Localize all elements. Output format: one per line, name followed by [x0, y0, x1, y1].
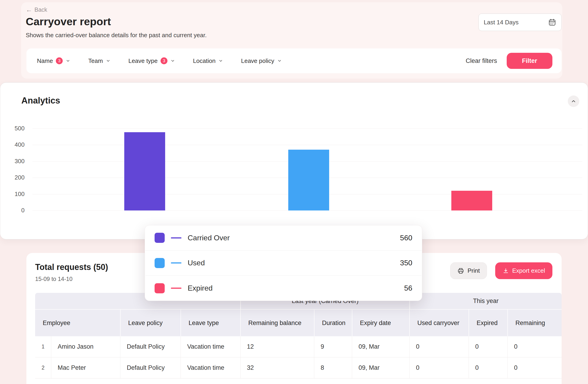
chart-legend-card: Carried Over 560 Used 350 Expired 56 — [145, 225, 422, 301]
cell-duration: 9 — [314, 336, 352, 357]
export-excel-label: Export excel — [512, 267, 545, 274]
legend-row-expired: Expired 56 — [145, 276, 422, 301]
filter-team[interactable]: Team — [88, 57, 110, 64]
cell-remaining-balance: 32 — [240, 357, 314, 379]
legend-label: Expired — [188, 284, 213, 292]
chevron-down-icon — [106, 59, 110, 63]
legend-row-carried-over: Carried Over 560 — [145, 225, 422, 250]
row-number: 2 — [35, 357, 51, 379]
print-button[interactable]: Print — [450, 262, 487, 279]
chevron-up-icon — [571, 99, 576, 104]
filter-leave-type-label: Leave type — [128, 57, 158, 64]
clear-filters-button[interactable]: Clear filters — [465, 57, 497, 64]
bar-used[interactable] — [288, 150, 329, 210]
col-header-leave-policy: Leave policy — [120, 310, 181, 336]
print-label: Print — [467, 267, 480, 274]
cell-remaining-balance: 12 — [240, 336, 314, 357]
legend-label: Carried Over — [188, 234, 230, 242]
export-excel-button[interactable]: Export excel — [495, 262, 552, 279]
cell-expiry-date: 09, Mar — [352, 357, 409, 379]
carryover-table: Last year (Carried Over) This year Emplo… — [35, 293, 562, 379]
cell-leave-type: Vacation time — [181, 357, 240, 379]
col-header-expiry-date: Expiry date — [352, 310, 409, 336]
filter-name-label: Name — [37, 57, 53, 64]
date-range-value: Last 14 Days — [484, 19, 519, 26]
y-tick: 100 — [0, 190, 24, 198]
legend-value: 56 — [404, 284, 412, 292]
table-row[interactable]: 2 Mac Peter Default Policy Vacation time… — [35, 357, 562, 379]
col-header-used-carryover: Used carryover — [409, 310, 469, 336]
y-tick: 300 — [0, 158, 24, 165]
table-column-header-row: Employee Leave policy Leave type Remaini… — [35, 310, 562, 336]
col-header-employee: Employee — [35, 310, 120, 336]
filter-actions: Clear filters Filter — [465, 53, 552, 69]
date-range-picker[interactable]: Last 14 Days — [479, 14, 562, 31]
page-subtitle: Shows the carried-over balance details f… — [26, 32, 207, 39]
cell-leave-policy: Default Policy — [120, 336, 181, 357]
cell-employee: Mac Peter — [51, 357, 120, 379]
col-header-expired: Expired — [469, 310, 507, 336]
filter-name[interactable]: Name 3 — [37, 57, 70, 64]
group-header-this-year: This year — [409, 293, 562, 310]
cell-used-carryover: 0 — [409, 336, 469, 357]
cell-duration: 8 — [314, 357, 352, 379]
col-header-leave-type: Leave type — [181, 310, 240, 336]
collapse-button[interactable] — [568, 96, 579, 107]
page: ← Back Carryover report Shows the carrie… — [0, 0, 588, 384]
cell-expired: 0 — [469, 336, 507, 357]
cell-expired: 0 — [469, 357, 507, 379]
used-swatch-icon — [155, 258, 165, 268]
carried-over-swatch-icon — [155, 233, 165, 243]
chevron-down-icon — [277, 59, 282, 63]
cell-employee: Amino Jason — [51, 336, 120, 357]
cell-expiry-date: 09, Mar — [352, 336, 409, 357]
printer-icon — [457, 267, 464, 274]
legend-row-used: Used 350 — [145, 251, 422, 276]
chevron-down-icon — [170, 59, 175, 63]
back-label: Back — [34, 6, 47, 13]
requests-title: Total requests (50) — [35, 262, 108, 272]
bar-chart-plot — [32, 129, 582, 210]
y-tick: 0 — [0, 207, 24, 214]
back-arrow-icon: ← — [26, 7, 32, 13]
filter-location-label: Location — [193, 57, 215, 64]
calendar-icon — [548, 18, 556, 26]
filter-leave-type-badge: 3 — [161, 57, 168, 64]
col-header-remaining-balance: Remaining balance — [240, 310, 314, 336]
filter-bar: Name 3 Team Leave type 3 — [26, 48, 562, 73]
used-line-icon — [171, 262, 181, 263]
legend-label: Used — [188, 259, 205, 267]
expired-line-icon — [171, 288, 181, 289]
filter-items: Name 3 Team Leave type 3 — [37, 57, 282, 64]
filter-team-label: Team — [88, 57, 103, 64]
filter-button[interactable]: Filter — [507, 53, 552, 69]
cell-remaining: 0 — [507, 357, 562, 379]
cell-remaining: 0 — [507, 336, 562, 357]
page-title: Carryover report — [26, 15, 111, 28]
requests-date-range: 15-09 to 14-10 — [35, 276, 108, 282]
analytics-card: Analytics 500 400 300 200 100 0 — [0, 82, 588, 239]
chart-y-axis: 500 400 300 200 100 0 — [0, 83, 24, 239]
requests-actions: Print Export excel — [450, 262, 552, 279]
back-link[interactable]: ← Back — [26, 6, 47, 13]
col-header-remaining: Remaining — [507, 310, 562, 336]
table-row[interactable]: 1 Amino Jason Default Policy Vacation ti… — [35, 336, 562, 357]
download-icon — [503, 268, 509, 274]
legend-value: 350 — [400, 259, 412, 267]
filter-leave-policy[interactable]: Leave policy — [241, 57, 282, 64]
bar-expired[interactable] — [451, 191, 492, 210]
cell-used-carryover: 0 — [409, 357, 469, 379]
row-number: 1 — [35, 336, 51, 357]
filter-leave-type[interactable]: Leave type 3 — [128, 57, 175, 64]
analytics-title: Analytics — [21, 96, 60, 106]
filter-leave-policy-label: Leave policy — [241, 57, 274, 64]
carried-over-line-icon — [171, 237, 181, 239]
bar-carried-over[interactable] — [124, 132, 165, 210]
gridline — [32, 145, 582, 145]
filter-name-badge: 3 — [56, 57, 63, 64]
chevron-down-icon — [66, 59, 70, 63]
expired-swatch-icon — [155, 283, 165, 293]
filter-location[interactable]: Location — [193, 57, 223, 64]
cell-leave-policy: Default Policy — [120, 357, 181, 379]
y-tick: 400 — [0, 141, 24, 148]
